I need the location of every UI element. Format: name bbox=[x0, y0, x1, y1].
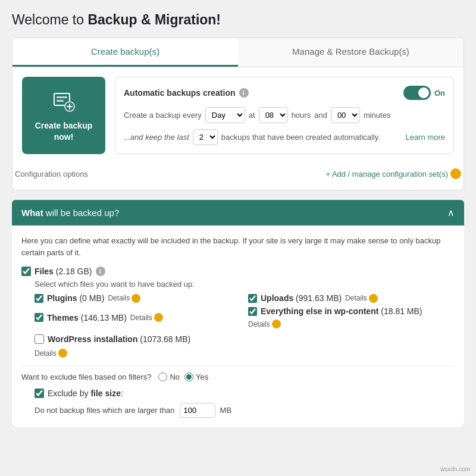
keep-prefix-label: ...and keep the last bbox=[124, 133, 189, 142]
themes-details-icon bbox=[154, 313, 163, 322]
auto-backup-title: Automatic backups creation i bbox=[124, 88, 249, 98]
plugins-details-icon bbox=[131, 294, 140, 303]
svg-rect-1 bbox=[57, 96, 67, 98]
size-unit-label: MB bbox=[220, 406, 232, 415]
themes-item: Themes (146.13 MB) Details bbox=[35, 306, 241, 328]
create-backup-now-button[interactable]: Create backup now! bbox=[22, 77, 105, 154]
wp-install-checkbox[interactable] bbox=[35, 334, 44, 344]
keep-suffix-label: backups that have been created automatic… bbox=[221, 133, 380, 142]
toggle-on-label: On bbox=[434, 89, 445, 98]
exclude-filters-group: Want to exclude files based on filters? … bbox=[21, 372, 455, 381]
what-section-header[interactable]: What will be backed up? ∧ bbox=[12, 200, 464, 226]
toggle-wrapper[interactable]: On bbox=[403, 86, 445, 100]
config-options-bar: Configuration options + Add / manage con… bbox=[12, 164, 464, 184]
files-sub-checkboxes: Plugins (0 MB) Details Uploads (991.63 M… bbox=[35, 293, 455, 328]
files-checkbox[interactable] bbox=[21, 267, 31, 276]
plugins-details-link[interactable]: Details bbox=[108, 294, 140, 303]
divider bbox=[21, 366, 455, 367]
tabs-container: Create backup(s) Manage & Restore Backup… bbox=[12, 37, 464, 67]
config-options-label: Configuration options bbox=[15, 170, 88, 178]
themes-label: Themes (146.13 MB) bbox=[47, 313, 127, 322]
auto-backup-toggle[interactable] bbox=[403, 86, 431, 100]
auto-backup-panel: Automatic backups creation i On Create a… bbox=[115, 77, 454, 154]
learn-more-link[interactable]: Learn more bbox=[406, 133, 445, 142]
auto-backup-header: Automatic backups creation i On bbox=[124, 86, 445, 100]
everything-else-details-link[interactable]: Details bbox=[248, 320, 281, 328]
exclude-filesize-checkbox[interactable] bbox=[35, 389, 44, 398]
what-section-desc: Here you can define what exactly will be… bbox=[21, 235, 455, 258]
exclude-filters-question: Want to exclude files based on filters? bbox=[21, 372, 151, 381]
hours-select[interactable]: 08 00 12 bbox=[259, 107, 288, 123]
tab-manage-restore[interactable]: Manage & Restore Backup(s) bbox=[238, 38, 464, 67]
page-title: Welcome to Backup & Migration! bbox=[12, 12, 464, 28]
exclude-size-row: Do not backup files which are larger tha… bbox=[35, 403, 455, 418]
uploads-details-link[interactable]: Details bbox=[345, 294, 378, 303]
chevron-up-icon: ∧ bbox=[447, 207, 455, 218]
uploads-details-icon bbox=[369, 294, 378, 303]
size-value-input[interactable] bbox=[180, 403, 215, 418]
everything-else-checkbox[interactable] bbox=[248, 307, 257, 316]
files-label: Files (2.18 GB) bbox=[35, 267, 92, 276]
config-manage-icon bbox=[450, 168, 461, 179]
files-sublabel: Select which files you want to have back… bbox=[35, 280, 455, 289]
svg-rect-2 bbox=[57, 100, 64, 102]
wp-install-details-link[interactable]: Details bbox=[35, 349, 67, 358]
files-info-icon[interactable]: i bbox=[96, 267, 105, 276]
size-desc-label: Do not backup files which are larger tha… bbox=[35, 406, 175, 415]
backup-icon bbox=[52, 89, 76, 115]
minutes-label: minutes bbox=[364, 111, 391, 120]
plugins-checkbox[interactable] bbox=[35, 294, 43, 303]
exclude-yes-input[interactable] bbox=[184, 372, 193, 381]
exclude-no-radio[interactable]: No bbox=[158, 372, 180, 381]
themes-checkbox[interactable] bbox=[35, 313, 43, 322]
themes-details-link[interactable]: Details bbox=[130, 313, 163, 322]
create-backup-label: Create backup now! bbox=[35, 120, 92, 142]
backup-section: Create backup now! Automatic backups cre… bbox=[12, 67, 464, 164]
config-manage-link[interactable]: + Add / manage configuration set(s) bbox=[325, 168, 461, 179]
uploads-item: Uploads (991.63 MB) Details bbox=[248, 293, 455, 303]
wp-install-details-icon bbox=[58, 349, 67, 358]
exclude-filesize-section: Exclude by file size: Do not backup file… bbox=[35, 389, 455, 418]
tab-create-backups[interactable]: Create backup(s) bbox=[12, 38, 238, 67]
keep-row: ...and keep the last 2 3 5 backups that … bbox=[124, 129, 445, 145]
schedule-row: Create a backup every Day Hour Week at 0… bbox=[124, 107, 445, 123]
schedule-prefix-label: Create a backup every bbox=[124, 111, 202, 120]
minutes-select[interactable]: 00 15 30 bbox=[331, 107, 360, 123]
plugins-item: Plugins (0 MB) Details bbox=[35, 293, 241, 303]
uploads-label: Uploads (991.63 MB) bbox=[261, 293, 342, 303]
what-section-accordion: What will be backed up? ∧ Here you can d… bbox=[12, 200, 464, 427]
everything-else-label: Everything else in wp-content (18.81 MB) bbox=[261, 306, 422, 316]
everything-else-details-icon bbox=[272, 320, 281, 328]
keep-count-select[interactable]: 2 3 5 bbox=[193, 129, 218, 145]
files-checkbox-item: Files (2.18 GB) i bbox=[21, 267, 455, 276]
auto-backup-info-icon[interactable]: i bbox=[239, 88, 249, 98]
exclude-filesize-label: Exclude by file size: bbox=[48, 389, 123, 398]
exclude-yes-radio[interactable]: Yes bbox=[184, 372, 208, 381]
everything-else-item: Everything else in wp-content (18.81 MB)… bbox=[248, 306, 455, 328]
exclude-no-input[interactable] bbox=[158, 372, 167, 381]
wp-install-item: WordPress installation (1073.68 MB) bbox=[35, 334, 455, 344]
hours-label: hours bbox=[292, 111, 311, 120]
what-section-title: What will be backed up? bbox=[21, 208, 119, 218]
and-label: and bbox=[314, 111, 327, 120]
wp-install-details-row: Details bbox=[35, 349, 455, 358]
wp-install-label: WordPress installation (1073.68 MB) bbox=[48, 334, 190, 344]
uploads-checkbox[interactable] bbox=[248, 294, 257, 303]
main-card: Create backup now! Automatic backups cre… bbox=[12, 67, 464, 190]
interval-select[interactable]: Day Hour Week bbox=[205, 107, 245, 123]
plugins-label: Plugins (0 MB) bbox=[47, 293, 104, 303]
at-label: at bbox=[249, 111, 255, 120]
what-section-body: Here you can define what exactly will be… bbox=[12, 226, 464, 427]
